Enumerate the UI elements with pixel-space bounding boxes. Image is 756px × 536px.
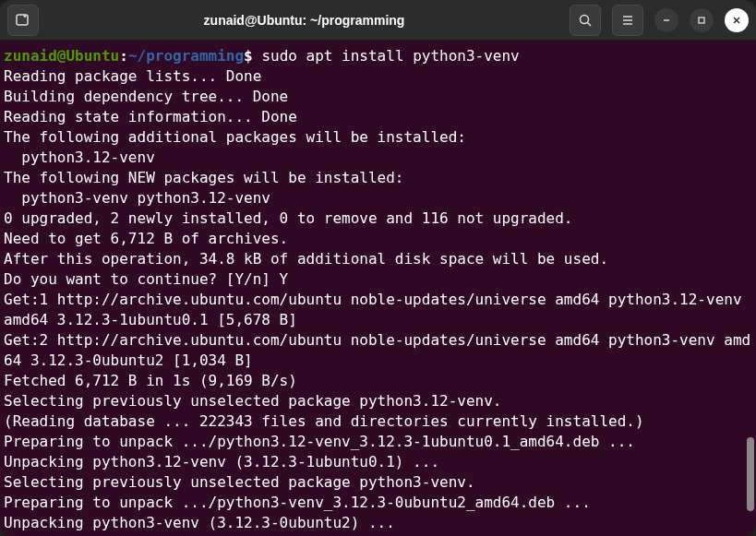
minimize-button[interactable]: [654, 8, 678, 32]
prompt-user-host: zunaid@Ubuntu: [4, 47, 119, 65]
scrollbar-thumb[interactable]: [747, 437, 754, 511]
maximize-button[interactable]: [690, 8, 714, 32]
output-line: Selecting previously unselected package …: [4, 472, 752, 493]
hamburger-icon: [620, 13, 635, 28]
output-line: Need to get 6,712 B of archives.: [4, 229, 752, 249]
search-button[interactable]: [570, 5, 601, 36]
titlebar: zunaid@Ubuntu: ~/programming: [0, 0, 756, 41]
output-line: (Reading database ... 222343 files and d…: [4, 411, 752, 432]
output-line: Do you want to continue? [Y/n] Y: [4, 269, 752, 290]
output-line: Fetched 6,712 B in 1s (9,169 B/s): [4, 371, 752, 391]
prompt-colon: :: [119, 47, 128, 65]
menu-button[interactable]: [612, 5, 643, 36]
svg-line-2: [588, 22, 592, 26]
output-line: The following NEW packages will be insta…: [4, 168, 752, 188]
output-line: Get:1 http://archive.ubuntu.com/ubuntu n…: [4, 290, 752, 330]
output-container: Reading package lists... DoneBuilding de…: [4, 66, 752, 533]
prompt-line: zunaid@Ubuntu:~/programming$ sudo apt in…: [4, 46, 752, 66]
output-line: Selecting previously unselected package …: [4, 391, 752, 411]
svg-point-1: [581, 15, 589, 23]
output-line: Get:2 http://archive.ubuntu.com/ubuntu n…: [4, 330, 752, 371]
new-tab-icon: [16, 13, 30, 28]
output-line: Unpacking python3.12-venv (3.12.3-1ubunt…: [4, 452, 752, 472]
close-icon: [731, 15, 742, 26]
output-line: Preparing to unpack .../python3-venv_3.1…: [4, 493, 752, 513]
close-button[interactable]: [725, 8, 749, 32]
titlebar-controls: [570, 5, 749, 36]
svg-rect-7: [699, 18, 704, 23]
maximize-icon: [696, 15, 707, 26]
minimize-icon: [661, 15, 672, 26]
prompt-symbol: $: [244, 47, 253, 65]
output-line: After this operation, 34.8 kB of additio…: [4, 249, 752, 269]
search-icon: [578, 13, 593, 28]
output-line: Reading package lists... Done: [4, 66, 752, 87]
command-text: sudo apt install python3-venv: [261, 47, 519, 65]
prompt-path: ~/programming: [128, 47, 244, 65]
output-line: Reading state information... Done: [4, 107, 752, 127]
new-tab-button[interactable]: [7, 5, 39, 36]
output-line: 0 upgraded, 2 newly installed, 0 to remo…: [4, 208, 752, 229]
terminal-viewport[interactable]: zunaid@Ubuntu:~/programming$ sudo apt in…: [0, 41, 756, 536]
output-line: Preparing to unpack .../python3.12-venv_…: [4, 432, 752, 452]
output-line: python3.12-venv: [4, 148, 752, 168]
output-line: Unpacking python3-venv (3.12.3-0ubuntu2)…: [4, 513, 752, 533]
output-line: Building dependency tree... Done: [4, 87, 752, 107]
window-title: zunaid@Ubuntu: ~/programming: [39, 13, 570, 28]
output-line: python3-venv python3.12-venv: [4, 188, 752, 208]
output-line: The following additional packages will b…: [4, 127, 752, 148]
